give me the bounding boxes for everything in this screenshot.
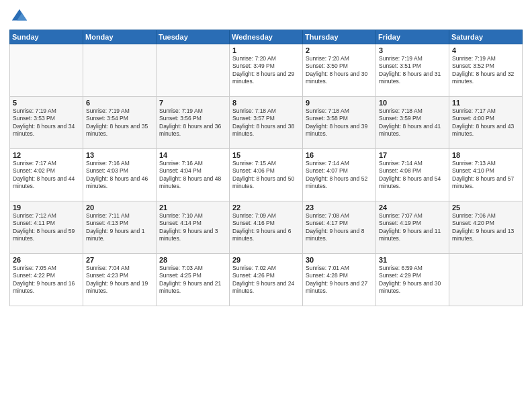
day-cell: 15Sunrise: 7:15 AM Sunset: 4:06 PM Dayli… xyxy=(230,149,303,201)
day-info: Sunrise: 7:14 AM Sunset: 4:07 PM Dayligh… xyxy=(306,160,373,191)
day-number: 18 xyxy=(452,151,519,159)
day-info: Sunrise: 7:02 AM Sunset: 4:26 PM Dayligh… xyxy=(232,265,300,295)
day-info: Sunrise: 7:19 AM Sunset: 3:53 PM Dayligh… xyxy=(13,107,80,138)
week-row-5: 26Sunrise: 7:05 AM Sunset: 4:22 PM Dayli… xyxy=(10,254,523,306)
day-cell: 3Sunrise: 7:19 AM Sunset: 3:51 PM Daylig… xyxy=(376,44,449,97)
day-info: Sunrise: 7:14 AM Sunset: 4:08 PM Dayligh… xyxy=(379,160,446,191)
day-number: 22 xyxy=(232,203,300,212)
day-number: 26 xyxy=(13,256,80,264)
day-number: 15 xyxy=(232,151,300,159)
day-number: 23 xyxy=(306,203,373,212)
day-info: Sunrise: 7:12 AM Sunset: 4:11 PM Dayligh… xyxy=(13,212,80,243)
day-info: Sunrise: 7:13 AM Sunset: 4:10 PM Dayligh… xyxy=(452,160,519,191)
col-header-monday: Monday xyxy=(83,30,157,44)
day-number: 4 xyxy=(452,46,519,54)
week-row-4: 19Sunrise: 7:12 AM Sunset: 4:11 PM Dayli… xyxy=(10,201,523,254)
day-number: 29 xyxy=(232,256,300,264)
logo xyxy=(9,7,30,26)
day-cell: 24Sunrise: 7:07 AM Sunset: 4:19 PM Dayli… xyxy=(376,201,449,254)
day-cell: 9Sunrise: 7:18 AM Sunset: 3:58 PM Daylig… xyxy=(303,97,376,149)
day-cell: 11Sunrise: 7:17 AM Sunset: 4:00 PM Dayli… xyxy=(449,97,523,149)
day-cell: 25Sunrise: 7:06 AM Sunset: 4:20 PM Dayli… xyxy=(449,201,523,254)
day-cell: 18Sunrise: 7:13 AM Sunset: 4:10 PM Dayli… xyxy=(449,149,523,201)
day-number: 7 xyxy=(159,99,226,107)
day-info: Sunrise: 7:19 AM Sunset: 3:52 PM Dayligh… xyxy=(452,55,519,86)
day-cell: 20Sunrise: 7:11 AM Sunset: 4:13 PM Dayli… xyxy=(83,201,157,254)
day-info: Sunrise: 7:19 AM Sunset: 3:54 PM Dayligh… xyxy=(86,107,153,138)
day-cell xyxy=(10,44,83,97)
day-cell: 29Sunrise: 7:02 AM Sunset: 4:26 PM Dayli… xyxy=(230,254,303,306)
day-info: Sunrise: 7:18 AM Sunset: 3:57 PM Dayligh… xyxy=(232,107,300,138)
day-info: Sunrise: 7:11 AM Sunset: 4:13 PM Dayligh… xyxy=(86,212,153,243)
day-info: Sunrise: 7:18 AM Sunset: 3:59 PM Dayligh… xyxy=(379,107,446,138)
page: SundayMondayTuesdayWednesdayThursdayFrid… xyxy=(0,0,532,411)
week-row-1: 1Sunrise: 7:20 AM Sunset: 3:49 PM Daylig… xyxy=(10,44,523,97)
day-info: Sunrise: 7:07 AM Sunset: 4:19 PM Dayligh… xyxy=(379,212,446,243)
col-header-sunday: Sunday xyxy=(10,30,83,44)
col-header-friday: Friday xyxy=(376,30,449,44)
day-number: 21 xyxy=(159,203,226,212)
day-cell: 16Sunrise: 7:14 AM Sunset: 4:07 PM Dayli… xyxy=(303,149,376,201)
day-number: 6 xyxy=(86,99,153,107)
day-number: 14 xyxy=(159,151,226,159)
day-cell: 19Sunrise: 7:12 AM Sunset: 4:11 PM Dayli… xyxy=(10,201,83,254)
day-cell: 5Sunrise: 7:19 AM Sunset: 3:53 PM Daylig… xyxy=(10,97,83,149)
col-header-thursday: Thursday xyxy=(303,30,376,44)
col-header-wednesday: Wednesday xyxy=(230,30,303,44)
day-cell: 21Sunrise: 7:10 AM Sunset: 4:14 PM Dayli… xyxy=(157,201,230,254)
col-header-tuesday: Tuesday xyxy=(157,30,230,44)
day-cell: 17Sunrise: 7:14 AM Sunset: 4:08 PM Dayli… xyxy=(376,149,449,201)
header-row: SundayMondayTuesdayWednesdayThursdayFrid… xyxy=(10,30,523,44)
day-cell xyxy=(449,254,523,306)
day-info: Sunrise: 7:09 AM Sunset: 4:16 PM Dayligh… xyxy=(232,212,300,243)
day-cell: 4Sunrise: 7:19 AM Sunset: 3:52 PM Daylig… xyxy=(449,44,523,97)
day-cell: 6Sunrise: 7:19 AM Sunset: 3:54 PM Daylig… xyxy=(83,97,157,149)
day-number: 19 xyxy=(13,203,80,212)
day-cell: 30Sunrise: 7:01 AM Sunset: 4:28 PM Dayli… xyxy=(303,254,376,306)
day-number: 1 xyxy=(232,46,300,54)
day-number: 10 xyxy=(379,99,446,107)
day-number: 24 xyxy=(379,203,446,212)
day-number: 11 xyxy=(452,99,519,107)
day-number: 20 xyxy=(86,203,153,212)
week-row-3: 12Sunrise: 7:17 AM Sunset: 4:02 PM Dayli… xyxy=(10,149,523,201)
day-info: Sunrise: 7:06 AM Sunset: 4:20 PM Dayligh… xyxy=(452,212,519,243)
day-cell: 2Sunrise: 7:20 AM Sunset: 3:50 PM Daylig… xyxy=(303,44,376,97)
day-info: Sunrise: 7:08 AM Sunset: 4:17 PM Dayligh… xyxy=(306,212,373,243)
day-number: 12 xyxy=(13,151,80,159)
day-number: 13 xyxy=(86,151,153,159)
day-cell: 7Sunrise: 7:19 AM Sunset: 3:56 PM Daylig… xyxy=(157,97,230,149)
day-info: Sunrise: 7:17 AM Sunset: 4:00 PM Dayligh… xyxy=(452,107,519,138)
day-info: Sunrise: 7:18 AM Sunset: 3:58 PM Dayligh… xyxy=(306,107,373,138)
day-cell: 12Sunrise: 7:17 AM Sunset: 4:02 PM Dayli… xyxy=(10,149,83,201)
day-number: 5 xyxy=(13,99,80,107)
day-number: 25 xyxy=(452,203,519,212)
day-cell: 27Sunrise: 7:04 AM Sunset: 4:23 PM Dayli… xyxy=(83,254,157,306)
logo-icon xyxy=(9,7,28,26)
header xyxy=(9,7,523,26)
day-cell: 10Sunrise: 7:18 AM Sunset: 3:59 PM Dayli… xyxy=(376,97,449,149)
day-number: 3 xyxy=(379,46,446,54)
day-cell: 1Sunrise: 7:20 AM Sunset: 3:49 PM Daylig… xyxy=(230,44,303,97)
day-info: Sunrise: 7:10 AM Sunset: 4:14 PM Dayligh… xyxy=(159,212,226,243)
day-number: 2 xyxy=(306,46,373,54)
day-info: Sunrise: 7:03 AM Sunset: 4:25 PM Dayligh… xyxy=(159,265,226,295)
day-cell: 13Sunrise: 7:16 AM Sunset: 4:03 PM Dayli… xyxy=(83,149,157,201)
day-info: Sunrise: 7:16 AM Sunset: 4:04 PM Dayligh… xyxy=(159,160,226,191)
calendar-table: SundayMondayTuesdayWednesdayThursdayFrid… xyxy=(9,30,523,306)
day-info: Sunrise: 7:16 AM Sunset: 4:03 PM Dayligh… xyxy=(86,160,153,191)
day-info: Sunrise: 6:59 AM Sunset: 4:29 PM Dayligh… xyxy=(379,265,446,295)
week-row-2: 5Sunrise: 7:19 AM Sunset: 3:53 PM Daylig… xyxy=(10,97,523,149)
day-number: 31 xyxy=(379,256,446,264)
day-number: 30 xyxy=(306,256,373,264)
day-info: Sunrise: 7:01 AM Sunset: 4:28 PM Dayligh… xyxy=(306,265,373,295)
day-cell: 22Sunrise: 7:09 AM Sunset: 4:16 PM Dayli… xyxy=(230,201,303,254)
day-info: Sunrise: 7:04 AM Sunset: 4:23 PM Dayligh… xyxy=(86,265,153,295)
day-cell: 31Sunrise: 6:59 AM Sunset: 4:29 PM Dayli… xyxy=(376,254,449,306)
col-header-saturday: Saturday xyxy=(449,30,523,44)
day-number: 28 xyxy=(159,256,226,264)
day-info: Sunrise: 7:15 AM Sunset: 4:06 PM Dayligh… xyxy=(232,160,300,191)
day-cell: 28Sunrise: 7:03 AM Sunset: 4:25 PM Dayli… xyxy=(157,254,230,306)
day-number: 16 xyxy=(306,151,373,159)
day-cell: 23Sunrise: 7:08 AM Sunset: 4:17 PM Dayli… xyxy=(303,201,376,254)
